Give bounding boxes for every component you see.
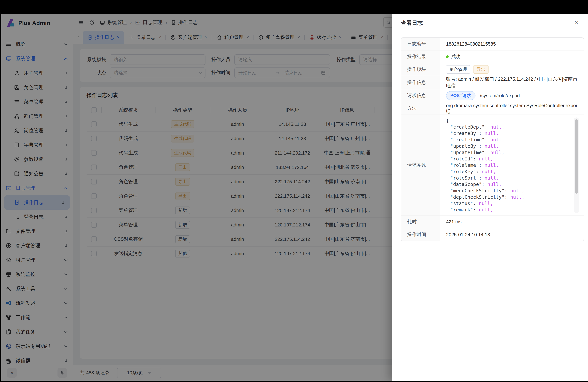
json-value: null, — [490, 124, 504, 130]
detail-label: 日志编号 — [401, 38, 440, 50]
json-line: "updateTime": null, — [446, 149, 570, 156]
json-line: "deptCheckStrictly": null, — [446, 194, 570, 200]
detail-row-duration: 耗时 421 ms — [401, 215, 584, 228]
detail-label: 请求信息 — [401, 89, 440, 102]
detail-label: 方法 — [401, 102, 440, 115]
duration-value: 421 ms — [440, 215, 584, 228]
json-code-block[interactable]: { "createDept": null, "createBy": null, … — [440, 115, 584, 215]
detail-row-result: 操作结果 成功 — [401, 50, 584, 63]
json-key: "roleName": — [450, 162, 482, 168]
log-detail-table: 日志编号 1882612840802115585 操作结果 成功 操作模块 角色… — [401, 37, 584, 241]
json-value: null, — [485, 162, 499, 168]
drawer-header: 查看日志 × — [392, 14, 588, 32]
detail-row-module: 操作模块 角色管理 导出 — [401, 63, 584, 76]
view-log-drawer: 查看日志 × 日志编号 1882612840802115585 操作结果 成功 … — [392, 14, 588, 381]
indent-guide — [449, 124, 449, 213]
json-value: null, — [485, 130, 499, 136]
request-url: /system/role/export — [480, 93, 520, 98]
json-value: null, — [479, 156, 493, 162]
module-value: 角色管理 导出 — [440, 63, 584, 76]
json-key: "deptCheckStrictly": — [450, 194, 507, 200]
json-line: "roleId": null, — [446, 156, 570, 162]
detail-label: 操作信息 — [401, 76, 440, 89]
json-line: "menuCheckStrictly": null, — [446, 188, 570, 194]
scrollbar-track[interactable] — [574, 117, 579, 213]
json-key: "roleSort": — [450, 175, 482, 181]
json-line: "roleKey": null, — [446, 169, 570, 175]
method-value: org.dromara.system.controller.system.Sys… — [440, 102, 584, 115]
detail-label: 操作时间 — [401, 228, 440, 241]
json-value: null, — [487, 182, 502, 187]
result-text: 成功 — [451, 53, 461, 60]
module-tag: 角色管理 — [446, 65, 470, 74]
json-key: "roleKey": — [450, 169, 479, 174]
json-value: null, — [490, 137, 504, 143]
json-value: null, — [510, 194, 525, 200]
request-info-value: POST请求 /system/role/export — [440, 89, 584, 102]
detail-row-log-id: 日志编号 1882612840802115585 — [401, 38, 584, 50]
detail-label: 操作结果 — [401, 50, 440, 63]
detail-row-time: 操作时间 2025-01-24 10:14:13 — [401, 228, 584, 241]
detail-row-request: 请求信息 POST请求 /system/role/export — [401, 89, 584, 102]
json-line: "createDept": null, — [446, 124, 570, 130]
json-key: "updateTime": — [450, 150, 487, 155]
json-key: "menuCheckStrictly": — [450, 188, 507, 193]
result-value: 成功 — [440, 50, 584, 63]
drawer-title: 查看日志 — [401, 19, 423, 27]
scrollbar-thumb[interactable] — [575, 119, 578, 194]
close-drawer-button[interactable]: × — [574, 20, 579, 26]
json-open-brace: { — [446, 117, 570, 124]
json-key: "createTime": — [450, 137, 487, 143]
json-line: "createBy": null, — [446, 130, 570, 137]
detail-label: 耗时 — [401, 215, 440, 228]
json-key: "roleId": — [450, 156, 476, 162]
json-key: "dataScope": — [450, 182, 485, 187]
detail-row-method: 方法 org.dromara.system.controller.system.… — [401, 102, 584, 115]
json-key: "updateBy": — [450, 143, 482, 149]
json-line: "roleSort": null, — [446, 175, 570, 181]
json-value: null, — [485, 143, 499, 149]
json-key: "status": — [450, 201, 476, 206]
json-lines: "createDept": null, "createBy": null, "c… — [446, 124, 570, 213]
detail-row-params: 请求参数 { "createDept": null, "createBy": n… — [401, 115, 584, 215]
success-dot — [446, 55, 449, 58]
json-line: "status": null, — [446, 200, 570, 207]
json-value: null, — [482, 169, 496, 174]
json-line: "remark": null, — [446, 207, 570, 213]
detail-row-info: 操作信息 账号: admin / 研发部门 / 222.175.114.242 … — [401, 76, 584, 89]
json-value: null, — [490, 150, 504, 155]
operation-time-value: 2025-01-24 10:14:13 — [440, 228, 584, 241]
action-tag: 导出 — [473, 65, 488, 74]
json-line: "roleName": null, — [446, 162, 570, 169]
json-value: null, — [485, 175, 499, 181]
json-key: "createBy": — [450, 130, 482, 136]
json-key: "createDept": — [450, 124, 487, 130]
json-value: null, — [510, 188, 525, 193]
json-line: "updateBy": null, — [446, 143, 570, 149]
json-key: "remark": — [450, 207, 476, 212]
json-line: "createTime": null, — [446, 137, 570, 143]
detail-label: 操作模块 — [401, 63, 440, 76]
http-method-tag: POST请求 — [446, 91, 475, 100]
request-params-value: { "createDept": null, "createBy": null, … — [440, 115, 584, 215]
json-value: null, — [479, 201, 493, 206]
log-id-value: 1882612840802115585 — [440, 38, 584, 50]
operation-info-value: 账号: admin / 研发部门 / 222.175.114.242 / 中国|… — [440, 76, 584, 89]
json-line: "dataScope": null, — [446, 181, 570, 188]
json-value: null, — [479, 207, 493, 212]
detail-label: 请求参数 — [401, 115, 440, 215]
